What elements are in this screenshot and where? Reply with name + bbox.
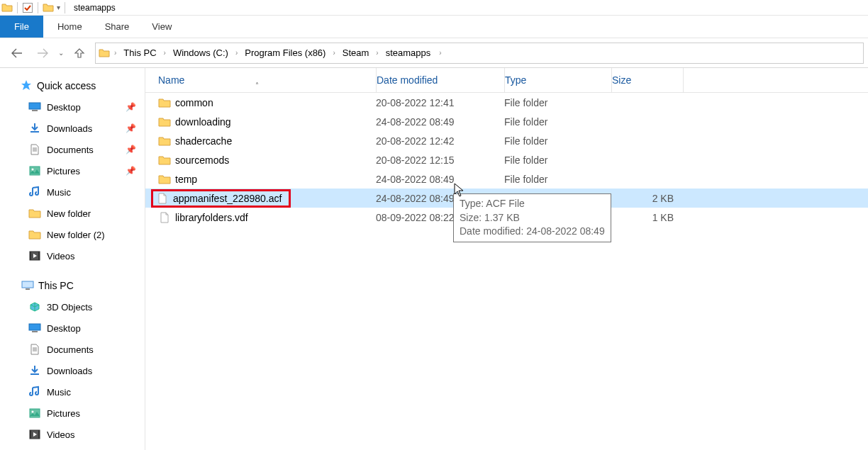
nav-item-label: New folder (2): [47, 230, 105, 240]
documents-icon: [28, 143, 41, 156]
nav-item[interactable]: New folder: [0, 203, 145, 224]
chevron-right-icon[interactable]: ›: [436, 49, 444, 57]
pc-icon: [21, 279, 34, 292]
cell-date: 20-08-2022 12:15: [376, 154, 504, 166]
tab-view[interactable]: View: [140, 16, 183, 38]
tooltip-line: Size: 1.37 KB: [460, 211, 605, 225]
nav-item[interactable]: Pictures: [0, 403, 145, 424]
nav-item[interactable]: Videos: [0, 424, 145, 445]
table-row[interactable]: common20-08-2022 12:41File folder: [145, 93, 868, 112]
nav-item-label: Pictures: [47, 166, 80, 176]
nav-this-pc[interactable]: This PC: [0, 275, 145, 296]
svg-rect-4: [30, 167, 40, 175]
back-button[interactable]: [7, 43, 27, 63]
chevron-right-icon[interactable]: ›: [331, 49, 336, 57]
table-row[interactable]: shadercache20-08-2022 12:42File folder: [145, 131, 868, 150]
nav-item-label: Videos: [47, 251, 75, 261]
nav-quick-access[interactable]: Quick access: [0, 75, 145, 96]
file-name: appmanifest_228980.acf: [173, 193, 282, 204]
tab-home[interactable]: Home: [46, 16, 94, 38]
chevron-right-icon[interactable]: ›: [234, 49, 239, 57]
table-row[interactable]: sourcemods20-08-2022 12:15File folder: [145, 150, 868, 169]
star-icon: [20, 79, 33, 92]
file-name: common: [175, 97, 213, 108]
column-header-size[interactable]: Size: [612, 74, 683, 86]
column-headers: Name˄ Date modified Type Size: [145, 68, 868, 93]
nav-item[interactable]: Music: [0, 381, 145, 403]
nav-item-label: Videos: [47, 429, 75, 440]
qat-dropdown-icon[interactable]: ▾: [57, 4, 60, 11]
nav-item-label: Desktop: [47, 102, 81, 113]
nav-item[interactable]: Music: [0, 181, 145, 203]
music-icon: [28, 186, 41, 198]
address-bar[interactable]: › This PC› Windows (C:)› Program Files (…: [95, 43, 864, 64]
pictures-icon: [28, 164, 41, 177]
content-pane[interactable]: Name˄ Date modified Type Size common20-0…: [145, 68, 868, 450]
svg-point-5: [32, 169, 34, 171]
nav-item[interactable]: Downloads: [0, 360, 145, 381]
folder-icon: [158, 135, 171, 147]
videos-icon: [28, 249, 41, 262]
nav-item[interactable]: Downloads📌: [0, 118, 145, 139]
navigation-pane[interactable]: Quick access Desktop📌Downloads📌Documents…: [0, 68, 145, 450]
breadcrumb-item[interactable]: steamapps: [382, 43, 435, 63]
table-row[interactable]: downloading24-08-2022 08:49File folder: [145, 112, 868, 131]
svg-rect-8: [38, 252, 40, 260]
quick-access-toolbar: ▾ steamapps: [1, 2, 116, 13]
nav-item[interactable]: Pictures📌: [0, 160, 145, 181]
nav-item[interactable]: 3D Objects: [0, 296, 145, 317]
breadcrumb-item[interactable]: Windows (C:): [169, 43, 233, 63]
titlebar: ▾ steamapps: [0, 0, 868, 16]
breadcrumb-item[interactable]: This PC: [119, 43, 160, 63]
folder-icon: [158, 154, 171, 167]
cell-date: 20-08-2022 12:41: [376, 97, 504, 108]
breadcrumb-item[interactable]: Steam: [338, 43, 374, 63]
tab-share[interactable]: Share: [94, 16, 141, 38]
breadcrumb-item[interactable]: Program Files (x86): [240, 43, 330, 63]
chevron-right-icon[interactable]: ›: [113, 49, 118, 57]
nav-item[interactable]: Documents: [0, 339, 145, 360]
3d-icon: [28, 300, 41, 313]
column-header-type[interactable]: Type: [505, 74, 611, 86]
svg-rect-10: [26, 288, 30, 290]
nav-item[interactable]: Desktop: [0, 317, 145, 339]
desktop-icon: [28, 322, 41, 334]
nav-item[interactable]: New folder (2): [0, 224, 145, 245]
file-name: sourcemods: [175, 154, 229, 166]
nav-label: This PC: [38, 280, 74, 291]
file-tab[interactable]: File: [0, 16, 43, 38]
tooltip: Type: ACF File Size: 1.37 KB Date modifi…: [453, 193, 611, 242]
folder-icon: [28, 207, 41, 220]
separator: [17, 2, 18, 13]
cell-type: File folder: [504, 154, 611, 166]
cell-size: 1 KB: [611, 212, 682, 223]
column-header-date[interactable]: Date modified: [377, 74, 504, 86]
table-row[interactable]: temp24-08-2022 08:49File folder: [145, 169, 868, 189]
folder-icon: [28, 228, 41, 241]
nav-item[interactable]: Videos: [0, 245, 145, 266]
svg-rect-14: [30, 409, 40, 417]
ribbon: File Home Share View: [0, 16, 868, 38]
history-dropdown-icon[interactable]: ⌄: [58, 49, 64, 57]
column-header-name[interactable]: Name˄: [145, 74, 376, 86]
forward-button[interactable]: [33, 43, 52, 63]
folder-icon: [158, 173, 171, 186]
up-button[interactable]: [69, 43, 89, 63]
nav-item-label: Music: [47, 187, 71, 198]
nav-item[interactable]: Documents📌: [0, 139, 145, 160]
nav-item-label: Desktop: [47, 323, 81, 334]
pin-icon: 📌: [126, 102, 136, 112]
chevron-right-icon[interactable]: ›: [374, 49, 379, 57]
cell-type: File folder: [504, 174, 611, 185]
downloads-icon: [28, 122, 41, 135]
properties-icon[interactable]: [22, 2, 33, 13]
folder-icon: [99, 47, 110, 59]
desktop-icon: [28, 101, 41, 113]
tooltip-line: Type: ACF File: [460, 197, 605, 211]
chevron-right-icon[interactable]: ›: [162, 49, 167, 57]
nav-item-label: Downloads: [47, 366, 92, 376]
pictures-icon: [28, 407, 41, 420]
svg-rect-3: [30, 131, 39, 133]
nav-item[interactable]: Desktop📌: [0, 96, 145, 118]
window-title: steamapps: [74, 3, 116, 13]
